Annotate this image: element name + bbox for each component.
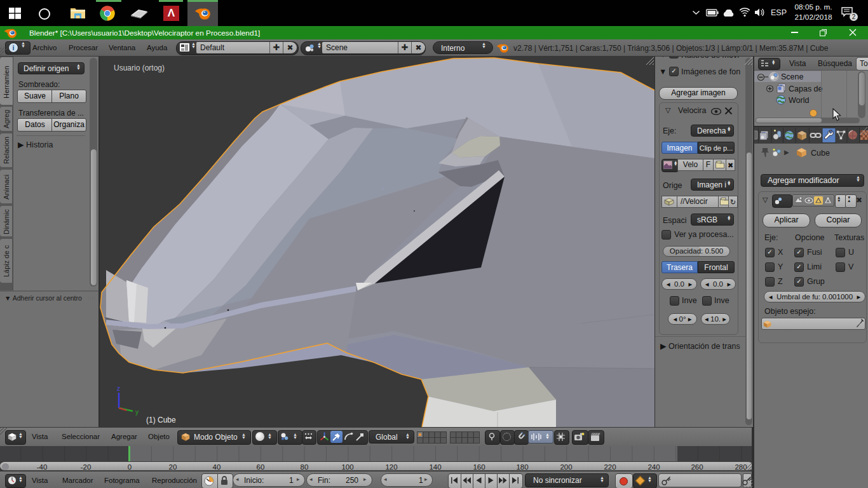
svg-text:y: y	[135, 409, 139, 416]
svg-text:140: 140	[429, 463, 441, 471]
svg-text:100: 100	[341, 463, 353, 471]
svg-text:80: 80	[301, 463, 309, 471]
svg-text:120: 120	[385, 463, 397, 471]
svg-text:-40: -40	[37, 463, 48, 471]
svg-text:-20: -20	[81, 463, 92, 471]
svg-text:260: 260	[691, 463, 703, 471]
svg-text:200: 200	[560, 463, 572, 471]
svg-text:z: z	[117, 385, 120, 392]
svg-text:60: 60	[257, 463, 265, 471]
svg-text:(1) Cube: (1) Cube	[146, 416, 176, 424]
svg-text:240: 240	[648, 463, 660, 471]
svg-text:160: 160	[473, 463, 485, 471]
svg-text:220: 220	[604, 463, 616, 471]
svg-text:Usuario (ortog): Usuario (ortog)	[114, 64, 165, 72]
svg-text:40: 40	[213, 463, 221, 471]
svg-text:0: 0	[128, 463, 132, 471]
svg-text:20: 20	[169, 463, 177, 471]
svg-text:180: 180	[516, 463, 528, 471]
